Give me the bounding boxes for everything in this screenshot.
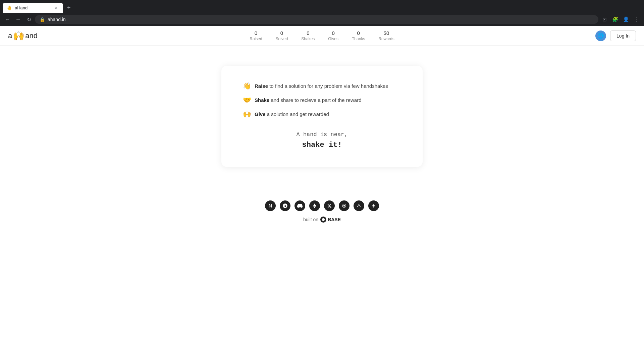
raise-keyword: Raise [255, 83, 268, 89]
stat-gives: 0 Gives [328, 30, 338, 41]
language-button[interactable]: 🌐 [595, 31, 606, 41]
site-footer: N built on [0, 187, 644, 233]
give-description: a solution and get rewarded [266, 111, 329, 117]
menu-icon[interactable]: ⋮ [632, 15, 641, 24]
stat-rewards: $0 Rewards [378, 30, 394, 41]
feature-give: 🙌 Give a solution and get rewarded [243, 110, 401, 118]
stat-raised: 0 Raised [250, 30, 262, 41]
active-tab[interactable]: 🤚 aHand × [3, 3, 63, 13]
url-text: ahand.in [48, 17, 66, 22]
ethereum-icon[interactable] [309, 200, 320, 211]
stat-gives-value: 0 [332, 30, 335, 36]
stat-rewards-value: $0 [384, 30, 389, 36]
logo-a: a [8, 32, 12, 40]
tagline: A hand is near, shake it! [243, 130, 401, 151]
new-tab-button[interactable]: + [64, 3, 73, 13]
feature-shake: 🤝 Shake and share to recieve a part of t… [243, 96, 401, 104]
header-stats: 0 Raised 0 Solved 0 Shakes 0 Gives 0 Tha… [250, 30, 394, 41]
give-keyword: Give [255, 111, 266, 117]
stat-raised-value: 0 [255, 30, 257, 36]
x-twitter-icon[interactable] [324, 200, 335, 211]
tab-close-button[interactable]: × [53, 5, 59, 11]
base-inner-circle [322, 218, 325, 221]
feature-give-text: Give a solution and get rewarded [255, 111, 329, 117]
raise-icon: 👋 [243, 82, 251, 90]
give-icon: 🙌 [243, 110, 251, 118]
svg-point-1 [343, 205, 345, 207]
lock-icon: 🔒 [40, 17, 45, 22]
website-content: a 🙌 and 0 Raised 0 Solved 0 Shakes 0 Giv… [0, 26, 644, 361]
snapshot-icon[interactable] [368, 200, 379, 211]
feature-raise: 👋 Raise to find a solution for any probl… [243, 82, 401, 90]
shake-description: and share to recieve a part of the rewar… [269, 97, 361, 103]
shake-icon: 🤝 [243, 96, 251, 104]
nav-bar: ← → ↻ 🔒 ahand.in ⊡ 🧩 👤 ⋮ [0, 13, 644, 26]
base-logo: BASE [320, 217, 341, 223]
stat-raised-label: Raised [250, 37, 262, 41]
tagline-line2: shake it! [243, 139, 401, 151]
logo[interactable]: a 🙌 and [8, 30, 38, 41]
hero-card: 👋 Raise to find a solution for any probl… [221, 66, 423, 167]
discord-icon[interactable] [294, 200, 305, 211]
dune-icon[interactable] [354, 200, 364, 211]
base-circle-icon [320, 217, 326, 223]
logo-hands-icon: 🙌 [13, 30, 24, 41]
built-on: built on BASE [303, 217, 341, 223]
address-bar[interactable]: 🔒 ahand.in [35, 15, 598, 24]
feature-list: 👋 Raise to find a solution for any probl… [243, 82, 401, 118]
stat-gives-label: Gives [328, 37, 338, 41]
stat-thanks-value: 0 [357, 30, 360, 36]
social-icons: N [265, 200, 379, 211]
gitcoin-icon[interactable] [339, 200, 350, 211]
telegram-icon[interactable] [280, 200, 290, 211]
stat-thanks: 0 Thanks [352, 30, 365, 41]
feature-shake-text: Shake and share to recieve a part of the… [255, 97, 362, 103]
shake-keyword: Shake [255, 97, 269, 103]
feature-raise-text: Raise to find a solution for any problem… [255, 83, 388, 89]
browser-actions: ⊡ 🧩 👤 ⋮ [600, 15, 641, 24]
extensions-icon[interactable]: 🧩 [610, 15, 620, 24]
header-right: 🌐 Log In [595, 31, 636, 41]
back-button[interactable]: ← [3, 15, 12, 24]
stat-shakes-label: Shakes [301, 37, 315, 41]
tab-title: aHand [15, 5, 50, 10]
stat-thanks-label: Thanks [352, 37, 365, 41]
tab-bar: 🤚 aHand × + [0, 0, 644, 13]
stat-shakes: 0 Shakes [301, 30, 315, 41]
stat-solved-label: Solved [276, 37, 288, 41]
browser-chrome: 🤚 aHand × + ← → ↻ 🔒 ahand.in ⊡ 🧩 👤 ⋮ [0, 0, 644, 26]
logo-and: and [25, 32, 38, 40]
forward-button[interactable]: → [13, 15, 23, 24]
stat-solved: 0 Solved [276, 30, 288, 41]
login-button[interactable]: Log In [610, 31, 636, 41]
base-label: BASE [328, 217, 341, 222]
stat-solved-value: 0 [280, 30, 283, 36]
main-content: 👋 Raise to find a solution for any probl… [0, 46, 644, 187]
stat-rewards-label: Rewards [378, 37, 394, 41]
profile-icon[interactable]: 👤 [621, 15, 631, 24]
stat-shakes-value: 0 [307, 30, 309, 36]
built-on-text: built on [303, 217, 318, 222]
share-icon[interactable]: ⊡ [600, 15, 609, 24]
notion-icon[interactable]: N [265, 200, 276, 211]
refresh-button[interactable]: ↻ [24, 15, 34, 24]
raise-description: to find a solution for any problem via f… [268, 83, 388, 89]
tagline-line1: A hand is near, [243, 130, 401, 139]
site-header: a 🙌 and 0 Raised 0 Solved 0 Shakes 0 Giv… [0, 26, 644, 46]
tab-favicon: 🤚 [7, 5, 12, 10]
